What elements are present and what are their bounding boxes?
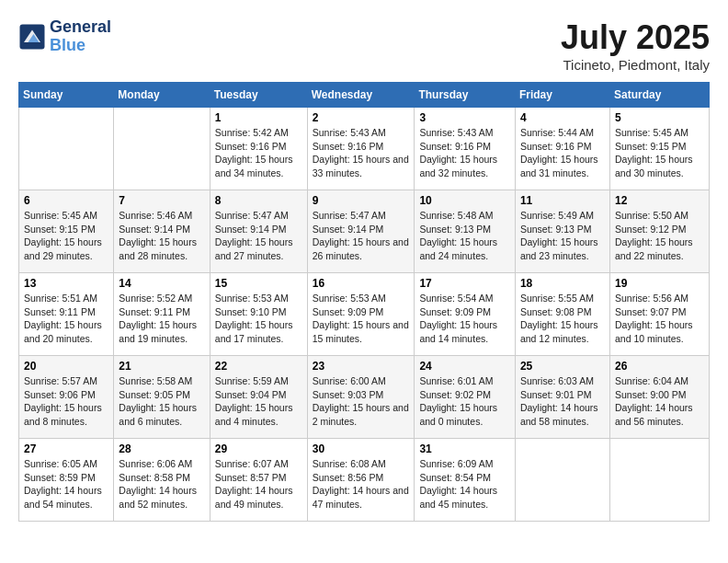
calendar-cell: 13Sunrise: 5:51 AMSunset: 9:11 PMDayligh… [19,273,114,356]
logo-line2: Blue [50,37,111,55]
day-number: 12 [615,194,704,207]
calendar-cell: 12Sunrise: 5:50 AMSunset: 9:12 PMDayligh… [609,190,709,273]
calendar-cell: 21Sunrise: 5:58 AMSunset: 9:05 PMDayligh… [114,356,210,439]
calendar-cell: 17Sunrise: 5:54 AMSunset: 9:09 PMDayligh… [415,273,516,356]
calendar-body: 1Sunrise: 5:42 AMSunset: 9:16 PMDaylight… [19,108,710,522]
day-number: 8 [215,194,302,207]
location: Ticineto, Piedmont, Italy [561,57,710,73]
day-number: 18 [520,277,605,290]
month-title: July 2025 [561,18,710,57]
day-number: 1 [215,111,302,124]
day-number: 16 [313,277,410,290]
day-info: Sunrise: 6:04 AMSunset: 9:00 PMDaylight:… [615,374,704,429]
calendar-week-3: 13Sunrise: 5:51 AMSunset: 9:11 PMDayligh… [19,273,710,356]
day-info: Sunrise: 5:52 AMSunset: 9:11 PMDaylight:… [119,292,204,346]
calendar-cell: 11Sunrise: 5:49 AMSunset: 9:13 PMDayligh… [515,190,609,273]
logo: General Blue [18,18,111,55]
calendar-cell: 18Sunrise: 5:55 AMSunset: 9:08 PMDayligh… [515,273,609,356]
day-number: 9 [313,194,410,207]
day-info: Sunrise: 5:43 AMSunset: 9:16 PMDaylight:… [419,126,510,180]
calendar-week-4: 20Sunrise: 5:57 AMSunset: 9:06 PMDayligh… [19,356,710,439]
day-info: Sunrise: 6:09 AMSunset: 8:54 PMDaylight:… [419,457,510,511]
day-number: 6 [24,194,108,207]
day-info: Sunrise: 5:51 AMSunset: 9:11 PMDaylight:… [24,292,108,346]
calendar-header: Sunday Monday Tuesday Wednesday Thursday… [19,83,710,108]
day-info: Sunrise: 5:43 AMSunset: 9:16 PMDaylight:… [313,126,410,180]
day-info: Sunrise: 5:44 AMSunset: 9:16 PMDaylight:… [520,126,605,180]
day-number: 15 [215,277,302,290]
day-info: Sunrise: 6:08 AMSunset: 8:56 PMDaylight:… [313,457,410,511]
day-info: Sunrise: 5:47 AMSunset: 9:14 PMDaylight:… [215,209,302,263]
col-wednesday: Wednesday [307,83,415,108]
day-number: 19 [615,277,704,290]
calendar-cell: 5Sunrise: 5:45 AMSunset: 9:15 PMDaylight… [609,108,709,190]
day-info: Sunrise: 6:01 AMSunset: 9:02 PMDaylight:… [419,374,510,429]
col-thursday: Thursday [415,83,516,108]
calendar-cell: 3Sunrise: 5:43 AMSunset: 9:16 PMDaylight… [415,108,516,190]
day-number: 23 [313,360,410,373]
day-number: 4 [520,111,605,124]
day-number: 29 [215,442,302,455]
day-number: 20 [24,360,108,373]
day-number: 30 [313,442,410,455]
calendar-cell: 24Sunrise: 6:01 AMSunset: 9:02 PMDayligh… [415,356,516,439]
logo-icon [18,23,46,51]
calendar-cell: 25Sunrise: 6:03 AMSunset: 9:01 PMDayligh… [515,356,609,439]
calendar-cell: 10Sunrise: 5:48 AMSunset: 9:13 PMDayligh… [415,190,516,273]
day-number: 5 [615,111,704,124]
title-block: July 2025 Ticineto, Piedmont, Italy [561,18,710,73]
day-info: Sunrise: 6:00 AMSunset: 9:03 PMDaylight:… [313,374,410,429]
day-info: Sunrise: 6:05 AMSunset: 8:59 PMDaylight:… [24,457,108,511]
calendar-cell: 30Sunrise: 6:08 AMSunset: 8:56 PMDayligh… [307,439,415,522]
day-number: 26 [615,360,704,373]
calendar-cell [19,108,114,190]
day-number: 10 [419,194,510,207]
calendar-cell: 27Sunrise: 6:05 AMSunset: 8:59 PMDayligh… [19,439,114,522]
day-number: 14 [119,277,204,290]
day-info: Sunrise: 5:56 AMSunset: 9:07 PMDaylight:… [615,292,704,346]
day-number: 2 [313,111,410,124]
day-number: 25 [520,360,605,373]
day-number: 28 [119,442,204,455]
day-number: 17 [419,277,510,290]
day-number: 3 [419,111,510,124]
day-number: 31 [419,442,510,455]
calendar-table: Sunday Monday Tuesday Wednesday Thursday… [18,82,710,522]
calendar-cell: 23Sunrise: 6:00 AMSunset: 9:03 PMDayligh… [307,356,415,439]
day-info: Sunrise: 5:49 AMSunset: 9:13 PMDaylight:… [520,209,605,263]
day-info: Sunrise: 5:42 AMSunset: 9:16 PMDaylight:… [215,126,302,180]
day-info: Sunrise: 5:45 AMSunset: 9:15 PMDaylight:… [24,209,108,263]
day-number: 13 [24,277,108,290]
calendar-cell: 1Sunrise: 5:42 AMSunset: 9:16 PMDaylight… [210,108,307,190]
day-info: Sunrise: 5:50 AMSunset: 9:12 PMDaylight:… [615,209,704,263]
day-info: Sunrise: 6:03 AMSunset: 9:01 PMDaylight:… [520,374,605,429]
calendar-cell: 31Sunrise: 6:09 AMSunset: 8:54 PMDayligh… [415,439,516,522]
col-sunday: Sunday [19,83,114,108]
day-info: Sunrise: 5:48 AMSunset: 9:13 PMDaylight:… [419,209,510,263]
calendar-week-2: 6Sunrise: 5:45 AMSunset: 9:15 PMDaylight… [19,190,710,273]
col-friday: Friday [515,83,609,108]
page-header: General Blue July 2025 Ticineto, Piedmon… [18,18,710,73]
day-number: 27 [24,442,108,455]
col-saturday: Saturday [609,83,709,108]
logo-text: General Blue [50,18,111,55]
calendar-cell: 29Sunrise: 6:07 AMSunset: 8:57 PMDayligh… [210,439,307,522]
day-info: Sunrise: 5:46 AMSunset: 9:14 PMDaylight:… [119,209,204,263]
day-info: Sunrise: 5:58 AMSunset: 9:05 PMDaylight:… [119,374,204,429]
day-info: Sunrise: 5:53 AMSunset: 9:09 PMDaylight:… [313,292,410,346]
calendar-cell [114,108,210,190]
calendar-cell: 4Sunrise: 5:44 AMSunset: 9:16 PMDaylight… [515,108,609,190]
col-monday: Monday [114,83,210,108]
calendar-cell [609,439,709,522]
calendar-cell: 22Sunrise: 5:59 AMSunset: 9:04 PMDayligh… [210,356,307,439]
calendar-cell: 14Sunrise: 5:52 AMSunset: 9:11 PMDayligh… [114,273,210,356]
day-info: Sunrise: 5:53 AMSunset: 9:10 PMDaylight:… [215,292,302,346]
calendar-week-5: 27Sunrise: 6:05 AMSunset: 8:59 PMDayligh… [19,439,710,522]
day-info: Sunrise: 5:55 AMSunset: 9:08 PMDaylight:… [520,292,605,346]
calendar-cell: 2Sunrise: 5:43 AMSunset: 9:16 PMDaylight… [307,108,415,190]
calendar-cell: 8Sunrise: 5:47 AMSunset: 9:14 PMDaylight… [210,190,307,273]
calendar-cell: 28Sunrise: 6:06 AMSunset: 8:58 PMDayligh… [114,439,210,522]
day-number: 11 [520,194,605,207]
day-info: Sunrise: 5:59 AMSunset: 9:04 PMDaylight:… [215,374,302,429]
day-number: 7 [119,194,204,207]
